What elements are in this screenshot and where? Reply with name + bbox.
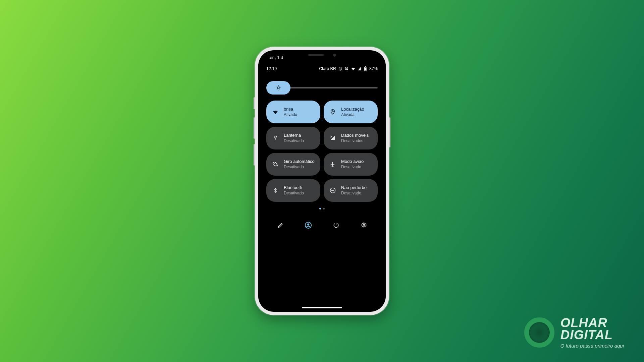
phone-screen: Ter., 1 d 12:19 Claro BR <box>258 50 386 312</box>
phone-side-button <box>254 117 255 139</box>
canvas: Ter., 1 d 12:19 Claro BR <box>0 0 644 362</box>
status-bar: 12:19 Claro BR <box>258 66 386 71</box>
brand-line1: OLHAR <box>560 317 624 329</box>
svg-rect-6 <box>273 162 277 166</box>
tile-title: Não perturbe <box>341 185 367 190</box>
phone-notch <box>292 50 352 60</box>
home-indicator[interactable] <box>302 307 342 308</box>
phone-side-button <box>389 117 390 147</box>
mute-icon <box>344 67 349 71</box>
svg-point-5 <box>332 111 333 112</box>
battery-icon <box>364 66 367 71</box>
alarm-icon <box>338 67 342 71</box>
tile-status: Desativado <box>284 165 315 170</box>
status-time: 12:19 <box>266 66 277 71</box>
signal-icon <box>358 67 362 71</box>
tile-wifi[interactable]: brisa Ativado <box>266 101 320 123</box>
brand-logo-icon <box>524 317 554 348</box>
tile-flashlight[interactable]: Lanterna Desativada <box>266 127 320 149</box>
settings-button[interactable] <box>357 218 371 233</box>
bluetooth-icon <box>272 187 279 194</box>
tile-title: Lanterna <box>284 133 304 138</box>
user-circle-icon <box>305 222 312 229</box>
tile-status: Desativado <box>341 191 367 196</box>
front-camera <box>333 54 336 57</box>
status-right: Claro BR 87% <box>319 66 378 71</box>
tile-title: Dados móveis <box>341 133 369 138</box>
tile-title: Bluetooth <box>284 185 304 190</box>
tile-airplane-mode[interactable]: Modo avião Desativado <box>324 153 378 176</box>
pencil-icon <box>277 222 284 229</box>
wifi-icon <box>351 67 356 71</box>
tile-bluetooth[interactable]: Bluetooth Desativado <box>266 179 320 202</box>
page-dot <box>323 208 325 209</box>
tile-status: Desativados <box>341 138 369 143</box>
power-icon <box>333 222 339 229</box>
brightness-track[interactable] <box>266 87 378 88</box>
brand-line2: DIGITAL <box>560 329 624 341</box>
tile-status: Desativado <box>341 165 364 170</box>
power-button[interactable] <box>329 218 343 233</box>
status-date: Ter., 1 d <box>268 55 283 60</box>
mobile-data-icon <box>329 135 336 141</box>
speaker-slot <box>308 54 324 56</box>
brand-tagline: O futuro passa primeiro aqui <box>560 343 624 349</box>
svg-point-10 <box>363 225 365 226</box>
tile-status: Ativado <box>284 112 297 117</box>
phone-side-button <box>254 97 255 109</box>
brightness-slider[interactable] <box>266 81 378 95</box>
tile-location[interactable]: Localização Ativada <box>324 101 378 123</box>
quick-settings-actions <box>266 218 378 233</box>
tile-status: Ativada <box>341 112 364 117</box>
status-carrier: Claro BR <box>319 66 336 71</box>
auto-rotate-icon <box>272 161 279 168</box>
tile-title: brisa <box>284 107 297 112</box>
airplane-icon <box>329 161 336 168</box>
svg-rect-2 <box>365 68 367 71</box>
tile-title: Modo avião <box>341 159 364 164</box>
phone-side-button <box>254 144 255 166</box>
flashlight-icon <box>272 135 279 141</box>
tile-title: Localização <box>341 107 364 112</box>
tile-do-not-disturb[interactable]: Não perturbe Desativado <box>324 179 378 202</box>
wifi-icon <box>272 109 279 115</box>
user-button[interactable] <box>301 218 316 233</box>
status-battery-pct: 87% <box>369 66 378 71</box>
location-icon <box>329 109 336 115</box>
svg-rect-3 <box>365 66 366 67</box>
tile-auto-rotate[interactable]: Giro automático Desativado <box>266 153 320 176</box>
svg-point-4 <box>277 87 279 89</box>
watermark: OLHAR DIGITAL O futuro passa primeiro aq… <box>524 317 624 349</box>
tile-status: Desativado <box>284 191 304 196</box>
phone-frame: Ter., 1 d 12:19 Claro BR <box>255 47 389 315</box>
tile-status: Desativada <box>284 138 304 143</box>
edit-tiles-button[interactable] <box>273 218 288 233</box>
brightness-icon <box>275 85 281 91</box>
quick-settings-grid: brisa Ativado Localização Ativada <box>266 101 378 202</box>
brand-text: OLHAR DIGITAL O futuro passa primeiro aq… <box>560 317 624 349</box>
page-dot-active <box>319 208 321 209</box>
brightness-thumb[interactable] <box>266 81 290 95</box>
page-indicator <box>258 208 386 209</box>
gear-icon <box>361 222 367 229</box>
dnd-icon <box>329 187 336 194</box>
tile-mobile-data[interactable]: Dados móveis Desativados <box>324 127 378 149</box>
tile-title: Giro automático <box>284 159 315 164</box>
svg-point-9 <box>307 224 309 226</box>
